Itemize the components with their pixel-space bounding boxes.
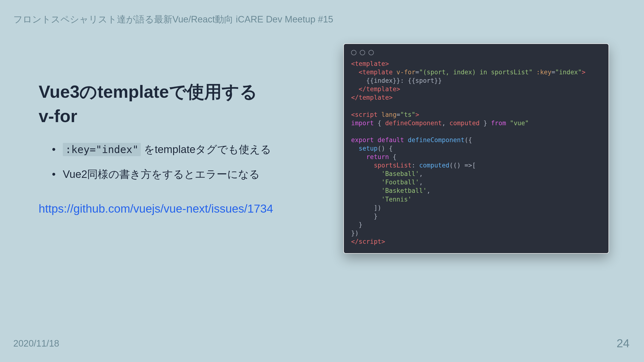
window-dot-close-icon — [351, 50, 356, 55]
text-content: Vue3のtemplateで使用する v-for :key="index" をt… — [39, 80, 292, 220]
slide-header: フロントスペシャリスト達が語る最新Vue/React動向 iCARE Dev M… — [13, 13, 333, 25]
list-text: をtemplateタグでも使える — [141, 143, 271, 155]
window-dot-maximize-icon — [368, 50, 374, 55]
inline-code: :key="index" — [63, 143, 141, 156]
footer-date: 2020/11/18 — [13, 338, 59, 349]
slide-title: Vue3のtemplateで使用する v-for — [39, 80, 292, 128]
page-number: 24 — [617, 337, 630, 350]
window-controls — [344, 44, 608, 60]
list-item: :key="index" をtemplateタグでも使える — [52, 139, 292, 160]
code-panel: <template> <template v-for="(sport, inde… — [343, 43, 609, 254]
list-item: Vue2同様の書き方をするとエラーになる — [52, 164, 292, 184]
window-dot-minimize-icon — [360, 50, 365, 55]
bullet-list: :key="index" をtemplateタグでも使える Vue2同様の書き方… — [52, 139, 292, 184]
code-window: <template> <template v-for="(sport, inde… — [343, 43, 609, 254]
code-content: <template> <template v-for="(sport, inde… — [344, 60, 608, 253]
reference-link[interactable]: https://github.com/vuejs/vue-next/issues… — [39, 198, 292, 220]
